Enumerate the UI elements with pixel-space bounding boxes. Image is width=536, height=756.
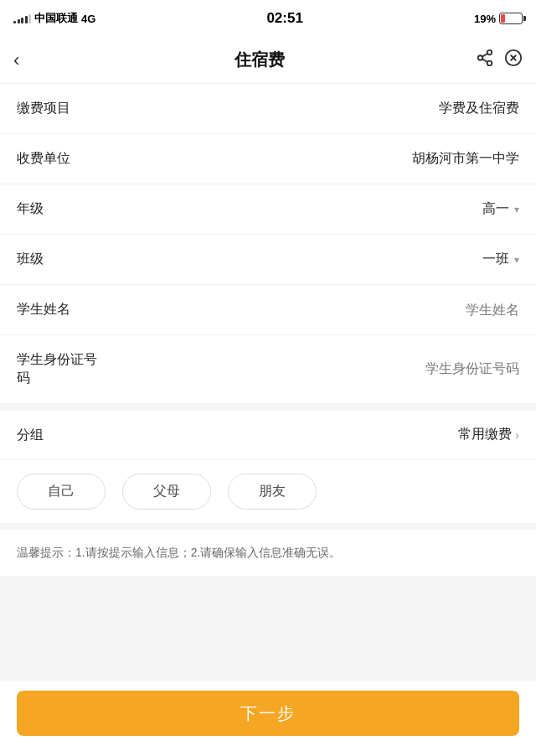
back-button[interactable]: ‹ (13, 49, 47, 71)
form-section: 缴费项目 学费及住宿费 收费单位 胡杨河市第一中学 年级 高一 ▾ 班级 一班 … (0, 84, 536, 404)
form-row-payment-type: 缴费项目 学费及住宿费 (0, 84, 536, 134)
value-payment-type: 学费及住宿费 (439, 100, 519, 117)
form-row-student-id[interactable]: 学生身份证号码 (0, 335, 536, 404)
payer-btn-friend[interactable]: 朋友 (228, 474, 317, 510)
payer-btn-parent[interactable]: 父母 (122, 474, 211, 510)
value-grade[interactable]: 高一 ▾ (482, 200, 519, 218)
class-dropdown-arrow: ▾ (514, 254, 519, 266)
input-student-id[interactable] (335, 361, 519, 376)
content-area: 缴费项目 学费及住宿费 收费单位 胡杨河市第一中学 年级 高一 ▾ 班级 一班 … (0, 84, 536, 756)
form-row-class[interactable]: 班级 一班 ▾ (0, 235, 536, 285)
page-title: 住宿费 (47, 49, 472, 71)
signal-icon (13, 13, 31, 23)
status-right: 19% (474, 13, 523, 25)
form-row-grade[interactable]: 年级 高一 ▾ (0, 184, 536, 235)
payer-btn-self[interactable]: 自己 (17, 474, 106, 510)
status-left: 中国联通 4G (13, 11, 95, 26)
time-display: 02:51 (266, 10, 302, 27)
status-bar: 中国联通 4G 02:51 19% (0, 0, 536, 37)
svg-line-3 (482, 59, 487, 62)
label-student-id: 学生身份证号码 (17, 350, 97, 388)
next-button[interactable]: 下一步 (17, 691, 519, 736)
battery-percent: 19% (474, 13, 496, 25)
value-institution: 胡杨河市第一中学 (412, 150, 519, 168)
value-class[interactable]: 一班 ▾ (482, 251, 519, 268)
label-class: 班级 (17, 250, 44, 268)
payer-row: 自己 父母 朋友 (0, 460, 536, 523)
label-institution: 收费单位 (17, 149, 70, 168)
group-link-text: 常用缴费 (458, 426, 512, 443)
grade-text: 高一 (482, 200, 509, 218)
carrier-label: 中国联通 (34, 11, 78, 26)
svg-line-4 (482, 54, 487, 57)
label-group: 分组 (17, 426, 44, 444)
group-section: 分组 常用缴费 › 自己 父母 朋友 (0, 411, 536, 523)
battery-icon (499, 13, 523, 24)
form-row-student-name[interactable]: 学生姓名 (0, 285, 536, 335)
nav-bar: ‹ 住宿费 (0, 37, 536, 84)
grade-dropdown-arrow: ▾ (514, 204, 519, 215)
group-row: 分组 常用缴费 › (0, 411, 536, 460)
bottom-area: 下一步 (0, 681, 536, 756)
close-icon[interactable] (504, 49, 523, 71)
tip-text: 温馨提示：1.请按提示输入信息；2.请确保输入信息准确无误。 (17, 543, 519, 562)
network-label: 4G (81, 13, 95, 25)
form-row-institution: 收费单位 胡杨河市第一中学 (0, 134, 536, 184)
label-grade: 年级 (17, 199, 44, 218)
class-text: 一班 (482, 251, 509, 268)
group-link[interactable]: 常用缴费 › (458, 426, 519, 443)
share-icon[interactable] (476, 49, 494, 71)
label-student-name: 学生姓名 (17, 300, 70, 318)
input-student-name[interactable] (352, 303, 519, 318)
group-link-arrow: › (515, 428, 519, 442)
tip-section: 温馨提示：1.请按提示输入信息；2.请确保输入信息准确无误。 (0, 530, 536, 575)
back-icon: ‹ (13, 49, 19, 70)
label-payment-type: 缴费项目 (17, 99, 70, 117)
nav-actions (472, 49, 523, 71)
